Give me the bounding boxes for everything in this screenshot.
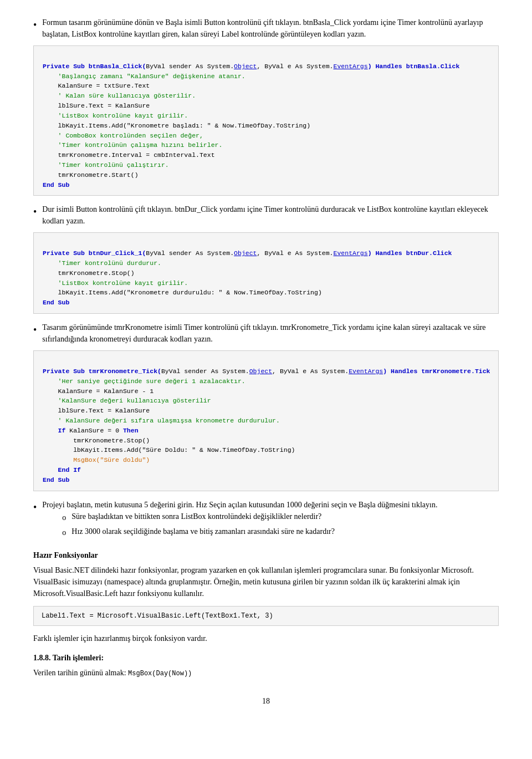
bullet-dot-2: • xyxy=(33,205,37,220)
bullet-item-1: • Formun tasarım görünümüne dönün ve Baş… xyxy=(33,17,499,40)
sub-bullet-2: o Hız 3000 olarak seçildiğinde başlama v… xyxy=(62,526,499,538)
sub-bullet-dot-2: o xyxy=(62,527,66,538)
bullet-dot-1: • xyxy=(33,18,37,33)
section-para1: Visual Basic.NET dilindeki hazır fonksiy… xyxy=(33,564,499,599)
bullet-item-3: • Tasarım görünümünde tmrKronometre isim… xyxy=(33,322,499,345)
code-block-2: Private Sub btnDur_Click_1(ByVal sender … xyxy=(33,232,499,314)
section-title: Hazır Fonksiyonlar xyxy=(33,549,499,561)
bullet-dot-4: • xyxy=(33,500,37,515)
section-para3: Verilen tarihin gününü almak: MsgBox(Day… xyxy=(33,667,499,679)
section-para2: Farklı işlemler için hazırlanmış birçok … xyxy=(33,633,499,644)
code-block-3: Private Sub tmrKronometre_Tick(ByVal sen… xyxy=(33,350,499,491)
code-block-1: Private Sub btnBasla_Click(ByVal sender … xyxy=(33,45,499,196)
bullet-item-2: • Dur isimli Button kontrolünü çift tıkl… xyxy=(33,203,499,227)
sub-bullet-1: o Süre başladıktan ve bittikten sonra Li… xyxy=(62,511,499,523)
page-number: 18 xyxy=(33,695,499,707)
bullet4-text1: Projeyi başlatın, metin kutusuna 5 değer… xyxy=(42,501,437,509)
sub-bullet-text-2: Hız 3000 olarak seçildiğinde başlama ve … xyxy=(71,526,335,537)
bullet-item-4: • Projeyi başlatın, metin kutusuna 5 değ… xyxy=(33,499,499,541)
bullet-text-3: Tasarım görünümünde tmrKronometre isimli… xyxy=(42,322,499,345)
sub-bullet-text-1: Süre başladıktan ve bittikten sonra List… xyxy=(71,511,321,522)
inline-code-block: Label1.Text = Microsoft.VisualBasic.Left… xyxy=(33,606,499,626)
section-code-inline: MsgBox(Day(Now)) xyxy=(128,670,192,678)
bullet-text-4: Projeyi başlatın, metin kutusuna 5 değer… xyxy=(42,499,499,541)
section-heading: 1.8.8. Tarih işlemleri: xyxy=(33,652,499,664)
bullet-text-1: Formun tasarım görünümüne dönün ve Başla… xyxy=(42,17,499,40)
sub-bullet-dot-1: o xyxy=(62,512,66,523)
bullet-text-2: Dur isimli Button kontrolünü çift tıklay… xyxy=(42,203,499,227)
bullet-dot-3: • xyxy=(33,323,37,338)
